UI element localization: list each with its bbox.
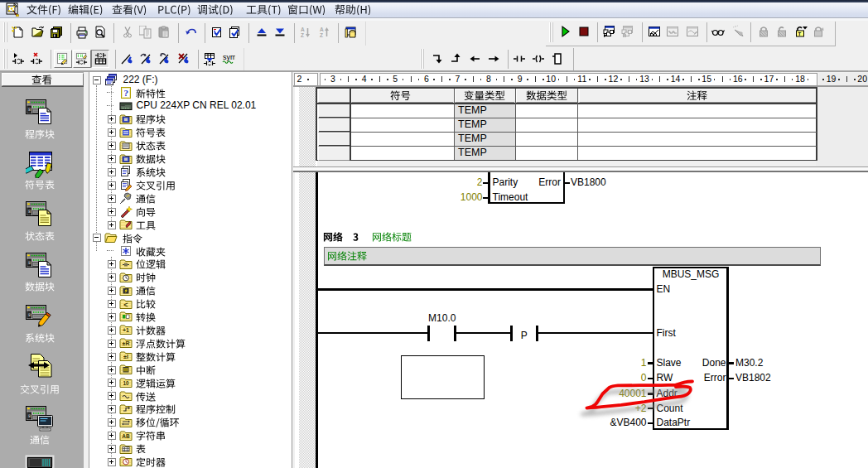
- svg-text:AB: AB: [122, 433, 130, 439]
- svg-text:±R: ±R: [123, 340, 130, 346]
- svg-text:<: <: [123, 300, 128, 308]
- svg-text:10: 10: [123, 380, 129, 386]
- svg-text:+1: +1: [123, 327, 129, 333]
- svg-text:±I: ±I: [123, 354, 128, 359]
